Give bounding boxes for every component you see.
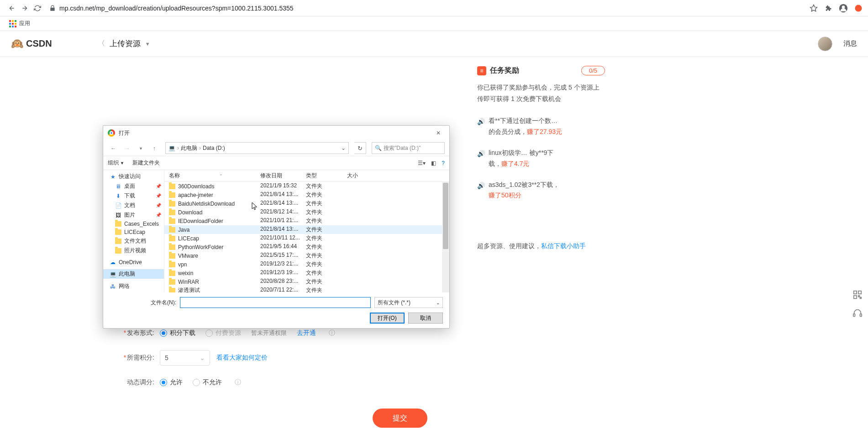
col-date[interactable]: 修改日期	[260, 172, 306, 180]
publish-paid-radio: 付费资源	[205, 329, 241, 337]
file-row[interactable]: 渗透测试2020/7/11 22:...文件夹	[164, 286, 449, 292]
dialog-help-button[interactable]: ?	[442, 160, 445, 166]
profile-icon[interactable]	[839, 4, 848, 13]
new-folder-button[interactable]: 新建文件夹	[132, 159, 160, 167]
svg-rect-10	[860, 314, 862, 317]
nav-forward-button[interactable]	[18, 2, 31, 15]
file-row[interactable]: apache-jmeter2021/8/14 13:...文件夹	[164, 191, 449, 199]
breadcrumb: 〈 上传资源 ▼	[98, 38, 150, 49]
user-avatar[interactable]	[818, 37, 832, 51]
svg-point-3	[855, 5, 862, 11]
contact-helper-link[interactable]: 私信下载小助手	[541, 242, 586, 250]
sidebar-desktop[interactable]: 🖥桌面📌	[103, 181, 164, 191]
dialog-refresh-button[interactable]: ↻	[354, 142, 366, 154]
dialog-title: 打开	[119, 129, 130, 137]
file-row[interactable]: LICEcap2021/10/11 12...文件夹	[164, 234, 449, 243]
sidebar-onedrive[interactable]: ☁OneDrive	[103, 258, 164, 266]
dialog-up-button[interactable]: ↑	[149, 143, 160, 154]
app-icon[interactable]	[854, 4, 863, 12]
file-row[interactable]: weixin2019/12/3 19:...文件夹	[164, 269, 449, 277]
sidebar-documents[interactable]: 📄文档📌	[103, 201, 164, 210]
file-type-filter[interactable]: 所有文件 (*.*)⌄	[374, 297, 443, 308]
chrome-icon	[108, 129, 115, 137]
file-row[interactable]: 360Downloads2021/1/9 15:32文件夹	[164, 182, 449, 191]
svg-rect-6	[854, 296, 857, 298]
messages-link[interactable]: 消息	[843, 39, 857, 48]
sidebar-quick-access[interactable]: ★快速访问	[103, 172, 164, 181]
sidebar-pictures[interactable]: 🖼图片📌	[103, 210, 164, 220]
dyn-allow-radio[interactable]: 允许	[160, 378, 183, 387]
sidebar-network[interactable]: 🖧网络	[103, 281, 164, 291]
organize-menu[interactable]: 组织 ▼	[108, 159, 124, 167]
chevron-down-icon[interactable]: ▼	[145, 41, 150, 47]
pricing-guide-link[interactable]: 看看大家如何定价	[216, 354, 268, 362]
chevron-down-icon[interactable]: ⌄	[341, 145, 346, 151]
sidebar-folder[interactable]: Cases_Excels	[103, 220, 164, 228]
csdn-logo[interactable]: 🙉 CSDN	[11, 38, 52, 50]
folder-icon	[169, 288, 175, 293]
folder-icon	[169, 201, 175, 207]
dialog-close-button[interactable]: ✕	[432, 128, 445, 138]
file-row[interactable]: Java2021/8/14 13:...文件夹	[164, 225, 449, 234]
file-row[interactable]: VMware2021/5/15 17:...文件夹	[164, 251, 449, 260]
headset-icon[interactable]	[852, 308, 863, 318]
dialog-back-button[interactable]: ←	[108, 143, 119, 154]
folder-icon	[169, 262, 175, 267]
publish-hint: 暂未开通权限	[251, 329, 287, 337]
file-row[interactable]: vpn2019/12/3 21:...文件夹	[164, 260, 449, 269]
dialog-path-bar[interactable]: 💻› 此电脑› Data (D:) ⌄	[165, 142, 349, 154]
sidebar-folder[interactable]: 文件文档	[103, 236, 164, 246]
more-resources: 超多资源、使用建议，私信下载小助手	[477, 242, 605, 250]
sidebar-folder[interactable]: LICEcap	[103, 228, 164, 236]
address-bar[interactable]: mp.csdn.net/mp_download/creation/uploadR…	[49, 2, 804, 15]
dialog-search-input[interactable]: 🔍 搜索"Data (D:)"	[372, 142, 445, 154]
sidebar-this-pc[interactable]: 💻此电脑	[103, 269, 164, 279]
submit-button[interactable]: 提交	[373, 409, 427, 428]
file-open-dialog: 打开 ✕ ← → ▾ ↑ 💻› 此电脑› Data (D:) ⌄ ↻ 🔍 搜索"…	[103, 125, 450, 329]
points-select[interactable]: 5⌄	[160, 350, 210, 366]
dialog-file-list: 名称 ⌃ 修改日期 类型 大小 360Downloads2021/1/9 15:…	[164, 170, 449, 292]
file-row[interactable]: PythonWorkFolder2021/9/5 16:44文件夹	[164, 243, 449, 251]
publish-points-radio[interactable]: 积分下载	[160, 329, 195, 337]
dialog-forward-button[interactable]: →	[121, 143, 132, 154]
view-options-button[interactable]: ☰▾	[418, 160, 426, 166]
filename-input[interactable]	[180, 297, 371, 308]
file-row[interactable]: IEDownloadFolder2021/10/1 21:...文件夹	[164, 217, 449, 225]
folder-icon	[169, 253, 175, 259]
dialog-toolbar: 组织 ▼ 新建文件夹 ☰▾ ◧ ?	[103, 156, 449, 170]
help-icon[interactable]: ⓘ	[329, 329, 335, 337]
task-title: ≡ 任务奖励	[477, 66, 519, 75]
folder-icon	[169, 227, 175, 233]
nav-back-button[interactable]	[5, 2, 18, 15]
file-row[interactable]: WinRAR2020/8/28 23:...文件夹	[164, 277, 449, 286]
col-size[interactable]: 大小	[347, 172, 374, 180]
file-row[interactable]: BaiduNetdiskDownload2021/8/14 13:...文件夹	[164, 199, 449, 208]
dialog-cancel-button[interactable]: 取消	[408, 313, 443, 324]
speaker-icon: 🔊	[477, 181, 485, 202]
task-panel: ≡ 任务奖励 0/5 你已获得了奖励参与机会，完成 5 个资源上传即可获得 1 …	[477, 66, 605, 250]
apps-label: 应用	[19, 20, 30, 27]
apps-bookmark[interactable]: 应用	[5, 18, 34, 29]
lock-icon	[49, 5, 56, 11]
task-description: 你已获得了奖励参与机会，完成 5 个资源上传即可获得 1 次免费下载机会	[477, 82, 605, 105]
help-icon[interactable]: ⓘ	[235, 378, 241, 387]
col-type[interactable]: 类型	[306, 172, 347, 180]
sidebar-downloads[interactable]: ⬇下载📌	[103, 191, 164, 201]
star-icon[interactable]	[810, 4, 818, 12]
nav-reload-button[interactable]	[31, 2, 44, 15]
chevron-left-icon[interactable]: 〈	[98, 39, 105, 48]
scrollbar[interactable]	[442, 182, 449, 292]
qr-code-icon[interactable]	[852, 290, 863, 300]
extensions-icon[interactable]	[824, 4, 832, 12]
sidebar-folder[interactable]: 照片视频	[103, 246, 164, 255]
file-row[interactable]: Download2021/8/12 14:...文件夹	[164, 208, 449, 217]
dialog-open-button[interactable]: 打开(O)	[370, 313, 405, 324]
dialog-recent-dropdown[interactable]: ▾	[135, 143, 146, 154]
enable-paid-link[interactable]: 去开通	[297, 329, 316, 337]
svg-rect-4	[854, 291, 857, 294]
preview-pane-button[interactable]: ◧	[431, 160, 436, 166]
dyn-deny-radio[interactable]: 不允许	[193, 378, 222, 387]
task-progress-badge: 0/5	[581, 66, 605, 75]
col-name[interactable]: 名称 ⌃	[164, 172, 260, 180]
filename-label: 文件名(N):	[110, 299, 176, 307]
